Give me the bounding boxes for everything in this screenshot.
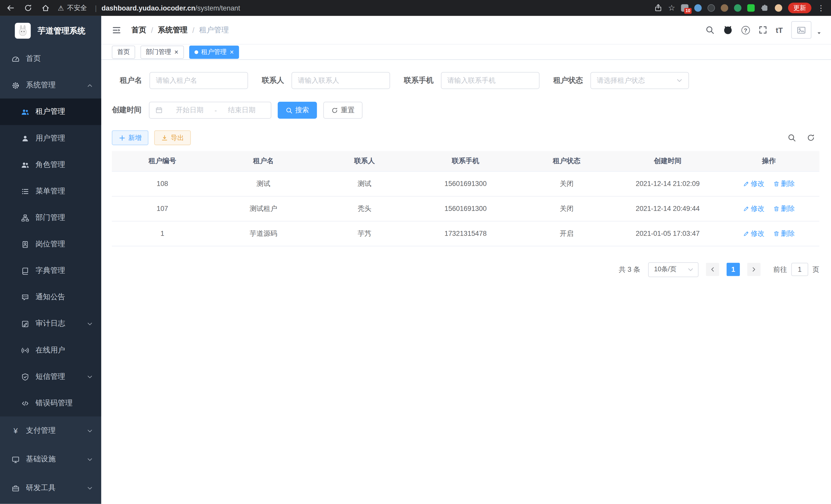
org-tree-icon bbox=[21, 214, 29, 222]
home-icon[interactable] bbox=[41, 4, 50, 12]
sidebar-item-dict-management[interactable]: 字典管理 bbox=[0, 258, 101, 284]
share-icon[interactable] bbox=[654, 4, 662, 12]
next-page-button[interactable] bbox=[747, 263, 761, 276]
delete-link[interactable]: 删除 bbox=[773, 204, 795, 213]
bookmark-star-icon[interactable]: ☆ bbox=[668, 3, 675, 12]
back-icon[interactable] bbox=[6, 4, 15, 12]
update-button[interactable]: 更新 bbox=[788, 3, 811, 13]
phone-input[interactable]: 请输入联系手机 bbox=[441, 72, 540, 89]
cell-status: 关闭 bbox=[516, 196, 617, 221]
sidebar-group-payment[interactable]: ¥ 支付管理 bbox=[0, 416, 101, 445]
github-icon[interactable] bbox=[723, 25, 733, 35]
edit-link[interactable]: 修改 bbox=[743, 229, 765, 238]
user-avatar[interactable] bbox=[791, 21, 811, 39]
yen-icon: ¥ bbox=[11, 427, 20, 435]
sidebar-group-system[interactable]: 系统管理 bbox=[0, 72, 101, 99]
sidebar-item-sms-management[interactable]: 短信管理 bbox=[0, 363, 101, 390]
sidebar-item-role-management[interactable]: 角色管理 bbox=[0, 152, 101, 178]
app-logo-image bbox=[15, 23, 31, 39]
sidebar-group-devtools[interactable]: 研发工具 bbox=[0, 474, 101, 502]
extension-icon-6[interactable] bbox=[747, 4, 755, 12]
breadcrumb-system[interactable]: 系统管理 bbox=[158, 25, 188, 35]
font-size-icon[interactable]: tT bbox=[776, 26, 783, 34]
tab-tenant-management[interactable]: 租户管理 × bbox=[189, 45, 239, 59]
user-icon bbox=[21, 135, 29, 142]
security-separator: | bbox=[95, 4, 97, 12]
chevron-down-icon bbox=[87, 321, 93, 327]
extension-badge: 10 bbox=[684, 8, 692, 14]
pagination: 共 3 条 10条/页 1 前往 页 bbox=[112, 262, 819, 277]
table-row: 107 测试租户 秃头 15601691300 关闭 2021-12-14 20… bbox=[112, 196, 819, 221]
puzzle-icon[interactable] bbox=[761, 4, 769, 12]
extension-icon-5[interactable] bbox=[734, 4, 742, 12]
avatar-caret-icon[interactable] bbox=[816, 31, 822, 36]
sidebar-item-label: 首页 bbox=[26, 54, 41, 63]
sidebar-item-audit-log[interactable]: 审计日志 bbox=[0, 310, 101, 337]
create-time-range-input[interactable]: 开始日期 - 结束日期 bbox=[149, 102, 271, 119]
breadcrumb-home[interactable]: 首页 bbox=[132, 25, 146, 35]
goto-page-input[interactable] bbox=[791, 263, 808, 276]
page-number-button[interactable]: 1 bbox=[727, 263, 740, 276]
delete-link[interactable]: 删除 bbox=[773, 229, 795, 238]
chevron-down-icon bbox=[87, 485, 93, 491]
sidebar-item-error-code[interactable]: 错误码管理 bbox=[0, 390, 101, 416]
breadcrumb-separator: / bbox=[151, 26, 153, 34]
page-size-select[interactable]: 10条/页 bbox=[648, 262, 698, 277]
sidebar-item-post-management[interactable]: 岗位管理 bbox=[0, 231, 101, 258]
sidebar-item-tenant-management[interactable]: 租户管理 bbox=[0, 99, 101, 125]
extension-icon-4[interactable] bbox=[721, 4, 728, 12]
chevron-down-icon bbox=[87, 374, 93, 380]
edit-link[interactable]: 修改 bbox=[743, 204, 765, 213]
extension-icon-3[interactable] bbox=[708, 4, 715, 12]
search-button[interactable]: 搜索 bbox=[278, 102, 317, 119]
total-count: 共 3 条 bbox=[619, 265, 640, 274]
sidebar-item-menu-management[interactable]: 菜单管理 bbox=[0, 178, 101, 205]
reload-icon[interactable] bbox=[24, 4, 32, 12]
delete-link[interactable]: 删除 bbox=[773, 179, 795, 188]
sidebar-group-infrastructure[interactable]: 基础设施 bbox=[0, 445, 101, 474]
add-button[interactable]: 新增 bbox=[112, 130, 148, 145]
create-time-label: 创建时间 bbox=[112, 105, 142, 115]
sidebar-item-user-management[interactable]: 用户管理 bbox=[0, 125, 101, 152]
column-header: 租户名 bbox=[213, 151, 314, 171]
close-icon[interactable]: × bbox=[230, 49, 234, 56]
search-icon[interactable] bbox=[705, 25, 714, 34]
row-actions: 修改 删除 bbox=[718, 204, 819, 213]
extension-icon-1[interactable]: 10 bbox=[681, 4, 688, 12]
close-icon[interactable]: × bbox=[174, 49, 179, 56]
sidebar-item-dept-management[interactable]: 部门管理 bbox=[0, 205, 101, 231]
security-label: 不安全 bbox=[67, 3, 87, 12]
system-submenu: 租户管理 用户管理 角色管理 菜单管理 部门管理 bbox=[0, 99, 101, 417]
sidebar-item-home[interactable]: 首页 bbox=[0, 46, 101, 72]
sidebar-toggle-icon[interactable] bbox=[112, 25, 121, 35]
cell-tenant-id: 1 bbox=[112, 221, 213, 246]
profile-avatar[interactable] bbox=[775, 4, 782, 12]
refresh-table-icon[interactable] bbox=[807, 134, 815, 142]
help-icon[interactable]: ? bbox=[741, 26, 750, 34]
sidebar-item-notice[interactable]: 通知公告 bbox=[0, 284, 101, 310]
address-bar[interactable]: dashboard.yudao.iocoder.cn/system/tenant bbox=[102, 4, 654, 12]
sidebar-item-online-users[interactable]: 在线用户 bbox=[0, 337, 101, 363]
tab-dept-management[interactable]: 部门管理 × bbox=[141, 45, 184, 59]
trash-icon bbox=[773, 230, 779, 237]
status-select[interactable]: 请选择租户状态 bbox=[591, 72, 689, 89]
table-row: 1 芋道源码 芋艿 17321315478 开启 2021-01-05 17:0… bbox=[112, 221, 819, 246]
extension-icon-2[interactable] bbox=[694, 4, 702, 12]
site-security[interactable]: ⚠ 不安全 | bbox=[58, 3, 102, 12]
export-button[interactable]: 导出 bbox=[154, 130, 191, 145]
fullscreen-icon[interactable] bbox=[758, 25, 767, 34]
chevron-down-icon bbox=[87, 456, 93, 463]
edit-icon bbox=[743, 180, 749, 187]
row-actions: 修改 删除 bbox=[718, 229, 819, 238]
prev-page-button[interactable] bbox=[706, 263, 719, 276]
browser-menu-icon[interactable]: ⋮ bbox=[817, 4, 825, 12]
tab-home[interactable]: 首页 bbox=[112, 45, 135, 59]
tenant-name-input[interactable]: 请输入租户名 bbox=[149, 72, 248, 89]
cell-tenant-name: 芋道源码 bbox=[213, 221, 314, 246]
sidebar-group-label: 研发工具 bbox=[26, 483, 56, 493]
active-dot bbox=[194, 50, 198, 54]
contact-input[interactable]: 请输入联系人 bbox=[291, 72, 390, 89]
edit-link[interactable]: 修改 bbox=[743, 179, 765, 188]
hide-search-icon[interactable] bbox=[787, 134, 796, 142]
reset-button[interactable]: 重置 bbox=[323, 102, 363, 119]
